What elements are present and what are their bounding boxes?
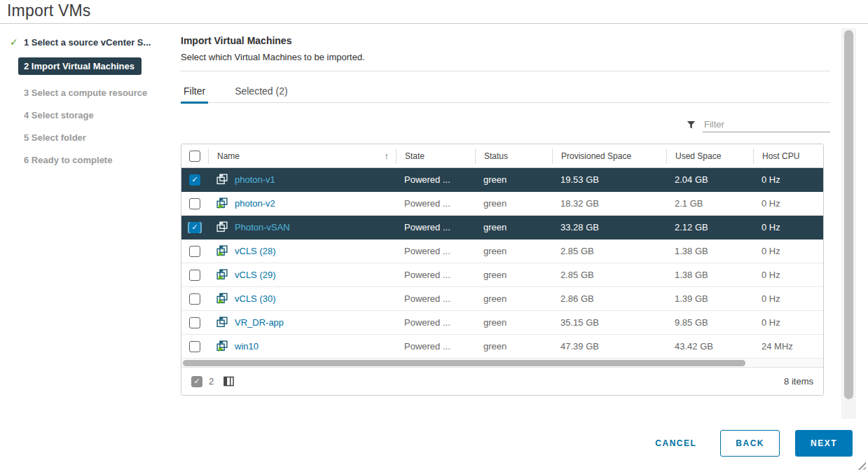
filter-input[interactable]	[703, 117, 830, 132]
wizard-step[interactable]: 2 Import Virtual Machines	[18, 57, 142, 75]
vm-provisioned-space: 2.85 GB	[552, 270, 666, 280]
vm-used-space: 9.85 GB	[666, 317, 753, 328]
column-header-host-cpu[interactable]: Host CPU	[753, 148, 823, 164]
step-content-panel: Import Virtual Machines Select which Vir…	[181, 35, 830, 396]
table-row[interactable]: ✓ VR_DR-app Powered ... green 35.15 GB 9…	[181, 311, 823, 335]
vertical-scrollbar-thumb[interactable]	[844, 30, 853, 399]
vm-host-cpu: 0 Hz	[753, 317, 823, 328]
funnel-filter-icon[interactable]	[687, 120, 696, 130]
row-checkbox[interactable]: ✓	[189, 198, 200, 209]
vm-used-space: 2.04 GB	[666, 174, 753, 185]
vm-host-cpu: 0 Hz	[753, 198, 823, 209]
vm-icon	[216, 221, 228, 233]
vm-state: Powered ...	[396, 246, 475, 256]
row-checkbox[interactable]: ✓	[189, 317, 200, 328]
vm-name-link[interactable]: photon-v1	[235, 174, 275, 185]
next-button[interactable]: NEXT	[795, 430, 853, 457]
cancel-button[interactable]: CANCEL	[647, 431, 705, 455]
vm-provisioned-space: 19.53 GB	[552, 174, 666, 185]
vm-host-cpu: 24 MHz	[753, 341, 823, 352]
vm-status: green	[475, 198, 552, 209]
select-all-checkbox[interactable]	[189, 151, 200, 162]
table-body: ✓ photon-v1 Powered ... green 19.53 GB 2…	[181, 168, 823, 359]
vm-host-cpu: 0 Hz	[753, 293, 823, 304]
vm-state: Powered ...	[396, 222, 475, 232]
vm-host-cpu: 0 Hz	[753, 270, 823, 280]
vm-name-link[interactable]: vCLS (29)	[235, 270, 276, 280]
vm-icon	[216, 317, 228, 328]
vm-name-link[interactable]: vCLS (30)	[235, 293, 276, 304]
vm-host-cpu: 0 Hz	[753, 174, 823, 185]
vm-state: Powered ...	[396, 270, 475, 280]
vm-provisioned-space: 18.32 GB	[552, 198, 666, 209]
column-header-state[interactable]: State	[396, 148, 475, 164]
vm-status: green	[475, 341, 552, 352]
tab-filter[interactable]: Filter	[181, 83, 208, 102]
vm-host-cpu: 0 Hz	[753, 246, 823, 256]
vm-icon	[216, 293, 228, 305]
table-row[interactable]: ✓ photon-v1 Powered ... green 19.53 GB 2…	[181, 168, 823, 192]
row-checkbox[interactable]: ✓	[189, 341, 200, 352]
row-checkbox[interactable]: ✓	[189, 174, 200, 186]
vm-name-link[interactable]: win10	[235, 341, 259, 352]
wizard-step-label: 2 Import Virtual Machines	[24, 61, 135, 71]
vm-status: green	[475, 270, 552, 280]
vm-status: green	[475, 246, 552, 256]
vm-icon	[216, 340, 228, 352]
vm-table: Name ↑ State Status Provisioned Space Us…	[181, 144, 824, 396]
wizard-step-label: 1 Select a source vCenter S...	[24, 37, 151, 48]
column-header-status[interactable]: Status	[475, 148, 552, 164]
vm-status: green	[475, 174, 552, 185]
column-picker-icon[interactable]	[223, 376, 234, 387]
table-footer: ✓ 2 8 items	[181, 368, 823, 395]
table-row[interactable]: ✓ vCLS (28) Powered ... green 2.85 GB 1.…	[181, 240, 823, 263]
vm-status: green	[475, 293, 552, 304]
row-checkbox[interactable]: ✓	[189, 246, 200, 257]
vertical-scrollbar[interactable]	[841, 28, 856, 419]
wizard-step[interactable]: 6 Ready to complete	[8, 153, 177, 167]
back-button[interactable]: BACK	[720, 430, 780, 457]
sort-ascending-icon[interactable]: ↑	[385, 151, 390, 161]
table-row[interactable]: ✓ vCLS (30) Powered ... green 2.86 GB 1.…	[181, 287, 823, 311]
table-row[interactable]: ✓ win10 Powered ... green 47.39 GB 43.42…	[181, 335, 823, 359]
column-header-used-space[interactable]: Used Space	[666, 148, 753, 164]
panel-subheading: Select which Virtual Machines to be impo…	[181, 52, 830, 62]
row-checkbox[interactable]: ✓	[189, 222, 200, 233]
row-checkbox[interactable]: ✓	[189, 270, 200, 281]
vm-host-cpu: 0 Hz	[753, 222, 823, 232]
vm-status: green	[475, 222, 552, 232]
wizard-step[interactable]: 3 Select a compute resource	[8, 85, 177, 100]
wizard-step-label: 3 Select a compute resource	[24, 88, 147, 98]
vm-used-space: 1.38 GB	[666, 270, 753, 280]
vm-name-link[interactable]: VR_DR-app	[235, 317, 284, 328]
vm-name-link[interactable]: Photon-vSAN	[235, 222, 290, 232]
vm-status: green	[475, 317, 552, 328]
table-header-row: Name ↑ State Status Provisioned Space Us…	[181, 144, 823, 168]
column-header-name[interactable]: Name	[217, 151, 240, 161]
items-count: 8 items	[784, 376, 813, 387]
table-row[interactable]: ✓ photon-v2 Powered ... green 18.32 GB 2…	[181, 192, 823, 216]
horizontal-scrollbar-thumb[interactable]	[183, 360, 745, 366]
wizard-step-label: 4 Select storage	[24, 110, 94, 120]
vm-provisioned-space: 33.28 GB	[552, 222, 666, 232]
title-divider	[0, 23, 868, 24]
table-row[interactable]: ✓ vCLS (29) Powered ... green 2.85 GB 1.…	[181, 263, 823, 287]
step-complete-check-icon: ✓	[10, 36, 18, 48]
vm-used-space: 1.38 GB	[666, 246, 753, 256]
vm-icon	[216, 269, 228, 281]
column-header-provisioned-space[interactable]: Provisioned Space	[552, 148, 666, 164]
row-checkbox[interactable]: ✓	[189, 293, 200, 305]
table-row[interactable]: ✓ Photon-vSAN Powered ... green 33.28 GB…	[181, 216, 823, 240]
wizard-step[interactable]: 4 Select storage	[8, 108, 177, 123]
wizard-step[interactable]: ✓ 1 Select a source vCenter S...	[8, 35, 177, 50]
vm-state: Powered ...	[396, 317, 475, 328]
tab-bar: Filter Selected (2)	[181, 83, 830, 103]
footer-selection-checkbox[interactable]: ✓	[191, 376, 202, 387]
vm-name-link[interactable]: vCLS (28)	[235, 246, 276, 256]
tab-selected[interactable]: Selected (2)	[232, 83, 290, 102]
vm-name-link[interactable]: photon-v2	[235, 198, 275, 209]
wizard-step[interactable]: 5 Select folder	[8, 130, 177, 145]
resize-handle[interactable]	[856, 460, 866, 470]
horizontal-scrollbar[interactable]	[181, 359, 823, 368]
vm-used-space: 2.1 GB	[666, 198, 753, 209]
